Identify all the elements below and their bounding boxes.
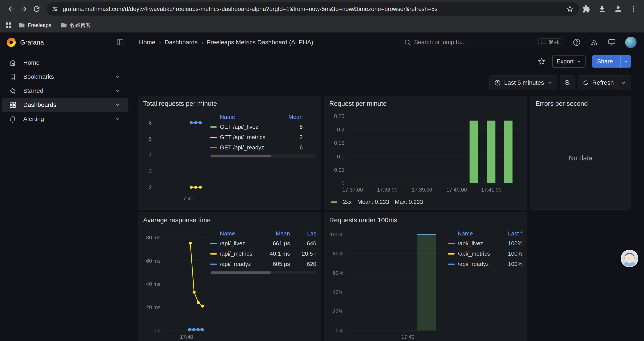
panel-errors-per-second: Errors per second No data bbox=[530, 96, 631, 210]
reload-icon bbox=[32, 5, 41, 13]
average-response-time-chart[interactable]: 80 ms60 ms40 ms20 ms0 s17:40 bbox=[143, 226, 208, 340]
divider bbox=[617, 76, 618, 90]
back-button[interactable] bbox=[5, 3, 18, 15]
time-range-label: Last 5 minutes bbox=[504, 79, 544, 86]
sidebar-item-home[interactable]: Home bbox=[2, 56, 128, 70]
bookmarks-bar: Freeleaps 收藏博客 bbox=[0, 18, 644, 33]
url-bar[interactable]: grafana.mathmast.com/d/deytv4rwavabkb/fr… bbox=[46, 3, 579, 16]
panel-title[interactable]: Total requests per minute bbox=[143, 100, 316, 107]
apps-grid-icon[interactable] bbox=[5, 22, 12, 29]
folder-icon bbox=[60, 22, 67, 29]
breadcrumb-home[interactable]: Home bbox=[139, 39, 156, 46]
refresh-button[interactable]: Refresh bbox=[578, 76, 631, 90]
floating-avatar[interactable] bbox=[621, 250, 638, 267]
svg-text:17:40: 17:40 bbox=[401, 334, 414, 340]
no-data-message: No data bbox=[535, 110, 626, 206]
browser-toolbar: grafana.mathmast.com/d/deytv4rwavabkb/fr… bbox=[0, 0, 644, 18]
collapse-menu-button[interactable] bbox=[116, 38, 124, 46]
legend-stats[interactable]: 2xx Mean: 0.233 Max: 0.233 bbox=[330, 199, 522, 205]
svg-text:17:39:00: 17:39:00 bbox=[412, 187, 432, 193]
svg-text:0: 0 bbox=[342, 180, 344, 186]
dashboards-grid-icon bbox=[8, 101, 18, 109]
panel-title[interactable]: Request per minute bbox=[329, 100, 522, 107]
svg-text:2: 2 bbox=[149, 184, 152, 190]
svg-text:60 ms: 60 ms bbox=[146, 258, 160, 264]
chevron-down-icon[interactable] bbox=[113, 88, 122, 94]
legend-row[interactable]: /api/_readyz605 µs620 bbox=[210, 259, 316, 269]
chevron-down-icon[interactable] bbox=[113, 74, 122, 80]
profile-icon[interactable] bbox=[614, 5, 622, 14]
legend-scrollbar[interactable] bbox=[210, 271, 316, 274]
breadcrumb-dashboards[interactable]: Dashboards bbox=[164, 39, 198, 46]
total-requests-chart[interactable]: 6543217:40 bbox=[143, 110, 208, 202]
dashboard-toolbar: Export Share bbox=[131, 52, 644, 69]
extensions-icon[interactable] bbox=[582, 5, 590, 13]
back-arrow-icon bbox=[7, 5, 15, 13]
browser-menu-icon[interactable] bbox=[630, 5, 638, 13]
panel-title[interactable]: Requests under 100ms bbox=[329, 216, 522, 224]
search-placeholder: Search or jump to... bbox=[414, 39, 535, 46]
sidebar-item-dashboards[interactable]: Dashboards bbox=[2, 98, 128, 112]
time-range-button[interactable]: Last 5 minutes bbox=[490, 76, 557, 90]
sidebar-item-label: Dashboards bbox=[23, 101, 107, 108]
search-input[interactable]: Search or jump to... ⌘+k bbox=[400, 36, 566, 49]
reload-button[interactable] bbox=[30, 3, 43, 15]
series-name: 2xx bbox=[343, 199, 352, 205]
request-per-minute-chart[interactable]: 0.250.20.150.10.05017:37:0017:38:0017:39… bbox=[329, 110, 523, 193]
legend-row[interactable]: /api/_metrics40.1 ms20.5 r bbox=[210, 249, 316, 259]
favorite-star-button[interactable] bbox=[538, 57, 546, 66]
bookmark-star-icon[interactable] bbox=[566, 5, 574, 13]
svg-text:0%: 0% bbox=[336, 327, 343, 333]
export-button[interactable]: Export bbox=[552, 55, 586, 68]
bell-icon bbox=[8, 115, 18, 123]
series-color-line bbox=[210, 147, 217, 148]
legend-row[interactable]: GET /api/_metrics2 bbox=[210, 132, 316, 142]
zoom-out-button[interactable] bbox=[560, 76, 574, 90]
sidebar-item-label: Alerting bbox=[23, 115, 107, 122]
svg-text:100%: 100% bbox=[330, 231, 343, 237]
export-label: Export bbox=[556, 58, 574, 65]
svg-text:17:38:00: 17:38:00 bbox=[377, 187, 398, 193]
svg-text:20 ms: 20 ms bbox=[146, 304, 160, 310]
svg-text:5: 5 bbox=[149, 136, 152, 142]
bookmark-item-blogs[interactable]: 收藏博客 bbox=[58, 21, 94, 30]
downloads-icon[interactable] bbox=[598, 5, 606, 13]
monitor-icon[interactable] bbox=[608, 38, 616, 47]
legend-row[interactable]: /api/_livez661 µs646 bbox=[210, 238, 316, 249]
legend-table: NameLast */api/_livez100%/api/_metrics10… bbox=[448, 229, 522, 269]
search-icon bbox=[404, 39, 411, 46]
svg-text:80 ms: 80 ms bbox=[146, 235, 160, 240]
legend-row[interactable]: /api/_livez100% bbox=[448, 238, 522, 249]
legend-row[interactable]: /api/_readyz100% bbox=[448, 259, 522, 269]
help-icon[interactable] bbox=[572, 38, 581, 47]
refresh-icon bbox=[582, 79, 589, 86]
sidebar-item-alerting[interactable]: Alerting bbox=[2, 112, 128, 126]
legend-row[interactable]: /api/_metrics100% bbox=[448, 249, 522, 259]
refresh-interval-caret[interactable] bbox=[621, 80, 626, 85]
news-icon[interactable] bbox=[590, 38, 598, 47]
site-info-icon[interactable] bbox=[51, 5, 59, 13]
forward-arrow-icon bbox=[20, 5, 28, 13]
svg-text:0.25: 0.25 bbox=[334, 113, 344, 119]
grafana-logo[interactable] bbox=[6, 38, 16, 47]
svg-text:80%: 80% bbox=[333, 251, 343, 256]
svg-text:0.15: 0.15 bbox=[334, 140, 344, 146]
chevron-down-icon[interactable] bbox=[113, 116, 122, 122]
requests-under-100ms-chart[interactable]: 100%80%60%40%20%0%17:40 bbox=[329, 226, 446, 340]
share-menu-caret[interactable] bbox=[620, 55, 631, 68]
sidebar-nav: Home Bookmarks Starred bbox=[0, 52, 131, 341]
legend-scrollbar[interactable] bbox=[210, 154, 316, 158]
panel-title[interactable]: Average response time bbox=[143, 216, 316, 224]
sidebar-item-starred[interactable]: Starred bbox=[2, 84, 128, 98]
legend-row[interactable]: GET /api/_readyz6 bbox=[210, 142, 316, 153]
user-avatar[interactable] bbox=[625, 37, 636, 48]
share-button[interactable]: Share bbox=[592, 55, 631, 68]
legend-row[interactable]: GET /api/_livez6 bbox=[210, 122, 316, 132]
breadcrumb: Home › Dashboards › Freeleaps Metrics Da… bbox=[139, 39, 313, 46]
bookmark-item-freeleaps[interactable]: Freeleaps bbox=[15, 21, 54, 30]
panel-title[interactable]: Errors per second bbox=[536, 100, 626, 107]
share-label[interactable]: Share bbox=[592, 55, 618, 68]
forward-button[interactable] bbox=[18, 3, 30, 15]
sidebar-item-bookmarks[interactable]: Bookmarks bbox=[2, 70, 128, 84]
chevron-down-icon[interactable] bbox=[113, 102, 122, 108]
